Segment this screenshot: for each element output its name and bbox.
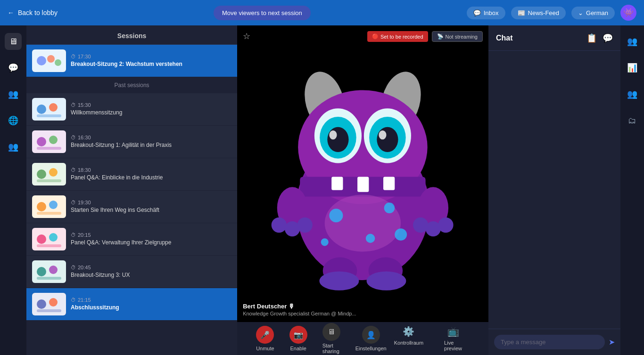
svg-point-44: [379, 130, 386, 139]
back-label: Back to lobby: [18, 9, 58, 16]
start-sharing-button[interactable]: 🖥 Start sharing: [322, 323, 340, 354]
past-session-thumb: [32, 163, 66, 186]
right-icon-layers[interactable]: 🗂: [624, 112, 641, 129]
kontrollraum-icon: ⚙️: [403, 326, 414, 337]
past-session-item[interactable]: ⏱ 21:15 Abschlusssitzung: [26, 288, 237, 321]
notes-icon[interactable]: 📋: [586, 33, 597, 43]
past-session-item[interactable]: ⏱ 18:30 Panel Q&A: Einblicke in die Indu…: [26, 158, 237, 191]
star-button[interactable]: ☆: [243, 31, 250, 41]
past-session-time: ⏱ 19:30: [71, 200, 231, 205]
live-preview-icon: 📺: [447, 326, 459, 337]
clock-icon: ⏱: [71, 135, 76, 140]
chat-body: [488, 51, 620, 329]
video-controls: 🎤 Unmute 📷 Enable 🖥 Start sharing 👤 Eins…: [237, 322, 488, 355]
svg-point-2: [47, 55, 55, 63]
chat-bubble-icon[interactable]: 💬: [603, 33, 613, 43]
past-session-title: Abschlusssitzung: [71, 304, 231, 312]
svg-rect-15: [37, 179, 61, 182]
enable-icon: 📷: [289, 326, 307, 344]
back-to-lobby-button[interactable]: ← Back to lobby: [8, 9, 58, 16]
past-session-thumb: [32, 260, 66, 283]
right-icon-table[interactable]: 📊: [624, 59, 641, 76]
chat-panel: Chat 📋 💬 ➤: [488, 25, 620, 355]
sessions-header: Sessions: [26, 25, 237, 45]
svg-point-41: [327, 127, 348, 152]
svg-point-29: [37, 299, 46, 309]
svg-point-3: [55, 59, 61, 66]
svg-rect-46: [331, 177, 343, 190]
topbar: ← Back to lobby Move viewers to next ses…: [0, 0, 644, 25]
avatar[interactable]: 👾: [620, 5, 636, 21]
record-icon: 🔴: [372, 33, 379, 40]
sidebar-icon-group[interactable]: 👥: [5, 138, 22, 155]
active-session-item[interactable]: ⏱ 17:30 Breakout-Sitzung 2: Wachstum ver…: [26, 45, 237, 77]
sidebar-icon-people[interactable]: 👥: [5, 86, 22, 103]
speaker-info: Bert Deutscher 🎙 Knowledge Growth specia…: [243, 303, 356, 316]
past-session-item[interactable]: ⏱ 20:45 Breakout-Sitzung 3: UX: [26, 256, 237, 288]
past-session-time: ⏱ 21:15: [71, 297, 231, 303]
svg-point-26: [49, 266, 58, 274]
past-session-info: ⏱ 15:30 Willkommenssitzung: [71, 102, 231, 117]
past-session-title: Breakout-Sitzung 3: UX: [71, 272, 231, 279]
past-session-info: ⏱ 21:15 Abschlusssitzung: [71, 297, 231, 312]
language-button[interactable]: ⌄ German: [571, 7, 615, 19]
controls-right: ⚙️ Kontrollraum 📺 Live preview: [387, 323, 470, 354]
svg-rect-7: [37, 114, 61, 117]
sidebar-icon-globe[interactable]: 🌐: [5, 112, 22, 129]
stream-badge[interactable]: 📡 Not streaming: [432, 31, 483, 42]
kontrollraum-button[interactable]: ⚙️ Kontrollraum: [387, 323, 431, 354]
past-session-title: Panel Q&A: Einblicke in die Industrie: [71, 174, 231, 182]
svg-point-57: [272, 218, 287, 233]
past-session-time: ⏱ 18:30: [71, 167, 231, 173]
svg-point-65: [320, 271, 359, 290]
speaker-name: Bert Deutscher 🎙: [243, 303, 356, 310]
past-session-info: ⏱ 20:15 Panel Q&A: Verwaltung Ihrer Ziel…: [71, 232, 231, 247]
newsfeed-icon: 📰: [518, 9, 525, 16]
past-session-item[interactable]: ⏱ 16:30 Breakout-Sitzung 1: Agilität in …: [26, 126, 237, 158]
unmute-button[interactable]: 🎤 Unmute: [256, 326, 274, 351]
settings-button[interactable]: 👤 Einstellungen: [355, 326, 387, 351]
past-session-item[interactable]: ⏱ 19:30 Starten Sie Ihren Weg ins Geschä…: [26, 191, 237, 223]
enable-button[interactable]: 📷 Enable: [289, 326, 307, 351]
chat-send-button[interactable]: ➤: [609, 338, 615, 347]
video-container: 🔴 Set to be recorded 📡 Not streaming ☆ B…: [237, 25, 488, 322]
sessions-panel: Sessions ⏱ 17:30 Breakout-Sitzung 2: Wac…: [26, 25, 237, 355]
record-badge[interactable]: 🔴 Set to be recorded: [367, 31, 428, 42]
video-overlay-badges: 🔴 Set to be recorded 📡 Not streaming: [367, 31, 483, 42]
svg-point-22: [49, 233, 58, 242]
right-icon-people[interactable]: 👥: [624, 33, 641, 50]
chat-input-area: ➤: [488, 329, 620, 355]
move-viewers-button[interactable]: Move viewers to next session: [214, 6, 311, 20]
speaker-title: Knowledge Growth specialist German @ Min…: [243, 311, 356, 316]
monster-graphic: [237, 35, 488, 313]
svg-point-54: [395, 228, 407, 241]
sidebar-icon-chat[interactable]: 💬: [5, 59, 22, 76]
right-icon-group[interactable]: 👥: [624, 86, 641, 103]
clock-icon: ⏱: [71, 102, 76, 108]
svg-point-62: [438, 218, 453, 233]
svg-rect-27: [37, 277, 61, 280]
newsfeed-button[interactable]: 📰 News-Feed: [511, 7, 566, 19]
live-preview-button[interactable]: 📺 Live preview: [437, 323, 470, 354]
svg-rect-48: [383, 177, 395, 190]
svg-point-21: [37, 234, 46, 244]
clock-icon: ⏱: [71, 167, 76, 173]
clock-icon: ⏱: [71, 200, 76, 205]
topbar-right: 💬 Inbox 📰 News-Feed ⌄ German 👾: [467, 5, 636, 21]
chat-input[interactable]: [494, 335, 605, 349]
past-session-thumb: [32, 228, 66, 250]
svg-point-5: [37, 105, 46, 114]
past-session-item[interactable]: ⏱ 20:15 Panel Q&A: Verwaltung Ihrer Ziel…: [26, 223, 237, 256]
chat-title: Chat: [496, 34, 513, 42]
svg-point-50: [330, 209, 343, 222]
chevron-down-icon: ⌄: [578, 9, 583, 16]
chat-bubble-icon: 💬: [473, 9, 481, 16]
inbox-button[interactable]: 💬 Inbox: [467, 7, 505, 19]
past-sessions-list: ⏱ 15:30 Willkommenssitzung ⏱ 16:30: [26, 93, 237, 321]
sidebar-icon-screen[interactable]: 🖥: [5, 33, 22, 50]
active-session-info: ⏱ 17:30 Breakout-Sitzung 2: Wachstum ver…: [71, 54, 231, 68]
svg-point-59: [297, 218, 313, 233]
past-session-item[interactable]: ⏱ 15:30 Willkommenssitzung: [26, 93, 237, 126]
svg-point-30: [49, 298, 58, 307]
svg-rect-19: [37, 212, 61, 215]
